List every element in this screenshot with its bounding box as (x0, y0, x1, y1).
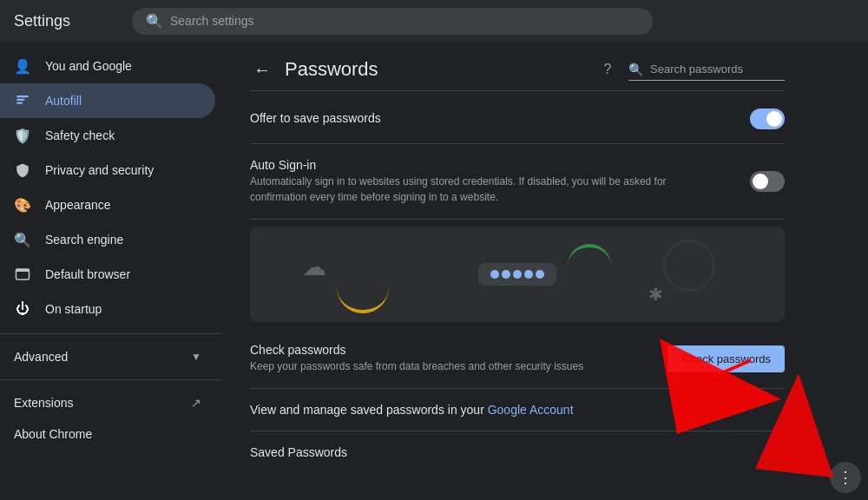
dot-5 (536, 270, 544, 279)
help-icon[interactable]: ? (594, 56, 621, 83)
yellow-curve (337, 287, 389, 313)
sidebar-label-autofill: Autofill (45, 94, 201, 108)
auto-signin-desc: Automatically sign in to websites using … (250, 174, 701, 205)
sidebar-label-appearance: Appearance (45, 198, 201, 212)
header-right: ? 🔍 (594, 56, 785, 83)
check-passwords-button[interactable]: Check passwords (667, 345, 785, 372)
sidebar-label-privacy: Privacy and security (45, 163, 201, 177)
svg-rect-1 (16, 99, 24, 101)
manage-text-before: View and manage saved passwords in your (250, 403, 488, 417)
search-passwords-bar[interactable]: 🔍 (628, 59, 785, 81)
password-dots (490, 270, 544, 279)
passwords-header-row: ← Passwords ? 🔍 (250, 56, 785, 91)
offer-save-content: Offer to save passwords (250, 111, 736, 127)
shield-icon: 🛡️ (14, 127, 31, 144)
appearance-icon: 🎨 (14, 196, 31, 214)
sidebar-label-safety: Safety check (45, 128, 201, 142)
auto-signin-title: Auto Sign-in (250, 158, 736, 172)
offer-save-row: Offer to save passwords (250, 95, 785, 144)
sidebar-label-advanced: Advanced (14, 350, 177, 364)
sidebar-label-startup: On startup (45, 302, 201, 316)
google-account-link[interactable]: Google Account (488, 403, 574, 417)
sidebar-item-safety-check[interactable]: 🛡️ Safety check (0, 118, 215, 153)
settings-search-bar[interactable]: 🔍 (132, 8, 653, 35)
sidebar-label-default-browser: Default browser (45, 267, 201, 281)
sidebar-label-about: About Chrome (14, 427, 201, 441)
check-passwords-content: Check passwords Keep your passwords safe… (250, 343, 654, 374)
offer-save-toggle[interactable] (750, 109, 785, 129)
search-passwords-icon: 🔍 (628, 62, 643, 76)
sidebar-label-search: Search engine (45, 233, 201, 247)
sidebar-divider-1 (0, 333, 222, 334)
search-passwords-input[interactable] (650, 62, 780, 76)
sidebar-item-extensions[interactable]: Extensions ↗ (0, 387, 215, 418)
privacy-icon (14, 161, 31, 179)
sidebar-label-extensions: Extensions (14, 396, 177, 410)
topbar: Settings 🔍 (0, 0, 868, 42)
sidebar-item-advanced[interactable]: Advanced ▼ (0, 341, 215, 372)
check-passwords-row: Check passwords Keep your passwords safe… (250, 329, 785, 389)
password-card (478, 263, 556, 286)
external-link-icon: ↗ (191, 396, 201, 410)
content-area: ← Passwords ? 🔍 Offer to save passwords (222, 42, 868, 500)
auto-signin-row: Auto Sign-in Automatically sign in to we… (250, 144, 785, 220)
person-icon: 👤 (14, 57, 31, 75)
sidebar-item-autofill[interactable]: Autofill (0, 83, 215, 118)
svg-rect-2 (16, 102, 23, 104)
decorative-circle (663, 240, 715, 292)
sidebar: 👤 You and Google Autofill 🛡️ Safety chec… (0, 42, 222, 500)
manage-passwords-row: View and manage saved passwords in your … (250, 389, 785, 431)
offer-save-title: Offer to save passwords (250, 111, 736, 125)
settings-search-icon: 🔍 (146, 13, 163, 30)
dot-2 (502, 270, 510, 279)
sidebar-label-you-google: You and Google (45, 59, 201, 73)
toggle-knob (766, 111, 782, 127)
svg-rect-0 (16, 95, 29, 97)
svg-rect-4 (16, 269, 30, 272)
password-illustration: ☁ ✱ (250, 227, 785, 322)
three-dot-icon: ⋮ (838, 468, 853, 487)
toggle-slider-off (750, 171, 785, 192)
back-button[interactable]: ← (250, 56, 274, 83)
question-mark-icon: ? (604, 62, 612, 77)
cloud-icon: ☁ (302, 253, 326, 281)
check-passwords-title: Check passwords (250, 343, 654, 357)
toggle-knob-off (753, 174, 768, 189)
sidebar-item-appearance[interactable]: 🎨 Appearance (0, 188, 215, 222)
asterisk-icon: ✱ (648, 284, 663, 305)
green-curve (568, 244, 611, 270)
power-icon: ⏻ (14, 300, 31, 318)
saved-passwords-header: Saved Passwords (250, 431, 785, 466)
browser-icon (14, 266, 31, 283)
sidebar-item-about-chrome[interactable]: About Chrome (0, 418, 215, 450)
auto-signin-toggle[interactable] (750, 171, 785, 192)
sidebar-item-on-startup[interactable]: ⏻ On startup (0, 292, 215, 326)
autofill-icon (14, 92, 31, 109)
chevron-down-icon: ▼ (191, 351, 201, 363)
sidebar-item-default-browser[interactable]: Default browser (0, 257, 215, 292)
dot-3 (513, 270, 522, 279)
search-engine-icon: 🔍 (14, 231, 31, 248)
saved-passwords-title: Saved Passwords (250, 445, 347, 459)
content-inner: ← Passwords ? 🔍 Offer to save passwords (222, 42, 812, 480)
sidebar-item-search-engine[interactable]: 🔍 Search engine (0, 222, 215, 257)
three-dot-menu-button[interactable]: ⋮ (830, 462, 861, 493)
settings-title: Settings (14, 12, 118, 30)
dot-1 (490, 270, 499, 279)
sidebar-item-privacy-security[interactable]: Privacy and security (0, 153, 215, 188)
toggle-slider-on (750, 109, 785, 129)
settings-search-input[interactable] (170, 14, 639, 28)
page-title: Passwords (285, 58, 594, 81)
main-layout: 👤 You and Google Autofill 🛡️ Safety chec… (0, 42, 868, 500)
dot-4 (524, 270, 533, 279)
sidebar-divider-2 (0, 379, 222, 380)
check-passwords-desc: Keep your passwords safe from data breac… (250, 359, 654, 374)
sidebar-item-you-and-google[interactable]: 👤 You and Google (0, 49, 215, 83)
auto-signin-content: Auto Sign-in Automatically sign in to we… (250, 158, 736, 205)
